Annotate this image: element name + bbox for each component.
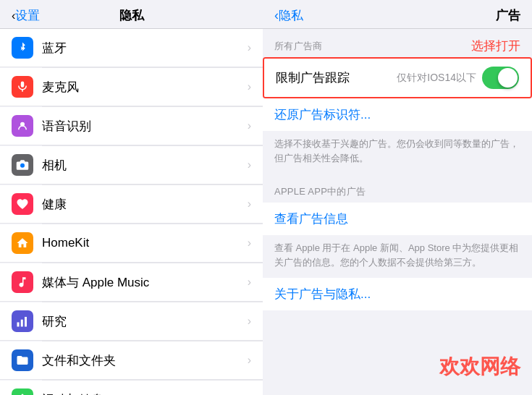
list-item-microphone[interactable]: 麦克风›	[0, 68, 263, 106]
opt-out-description: 选择不接收基于兴趣的广告。您仍会收到同等数量的广告，但广告相关性会降低。	[263, 131, 532, 174]
right-header: ‹ 隐私 广告	[263, 0, 532, 29]
list-item-media[interactable]: 媒体与 Apple Music›	[0, 263, 263, 302]
chevron-icon: ›	[248, 80, 251, 93]
media-icon	[12, 271, 33, 293]
homekit-icon	[12, 232, 33, 254]
svg-rect-5	[21, 320, 23, 327]
left-title: 隐私	[119, 7, 144, 24]
svg-rect-4	[17, 323, 20, 327]
health-label: 健康	[42, 196, 245, 213]
chevron-icon: ›	[248, 354, 251, 367]
list-item-bluetooth[interactable]: 蓝牙›	[0, 29, 263, 67]
ad-tracking-item[interactable]: 限制广告跟踪 仅针对IOS14以下	[264, 59, 531, 97]
left-list-container: 蓝牙›麦克风›语音识别›相机›健康›HomeKit›媒体与 Apple Musi…	[0, 29, 263, 395]
restore-link[interactable]: 还原广告标识符...	[263, 98, 532, 131]
speech-label: 语音识别	[42, 118, 245, 135]
fitness-label: 运动与健身	[42, 391, 245, 396]
about-section: 关于广告与隐私...	[263, 278, 532, 310]
left-settings-list: 蓝牙›麦克风›语音识别›相机›健康›HomeKit›媒体与 Apple Musi…	[0, 29, 263, 395]
view-ad-info-link[interactable]: 查看广告信息	[263, 203, 532, 235]
chevron-icon: ›	[248, 41, 251, 54]
svg-rect-0	[21, 82, 25, 88]
health-icon	[12, 193, 33, 215]
right-back-label[interactable]: 隐私	[279, 7, 303, 24]
all-ads-header: 所有广告商	[274, 40, 322, 53]
view-ad-section: 查看广告信息	[263, 203, 532, 235]
chevron-icon: ›	[248, 119, 251, 132]
fitness-icon	[12, 388, 33, 395]
list-item-speech[interactable]: 语音识别›	[0, 107, 263, 145]
research-icon	[12, 310, 33, 332]
watermark: 欢欢网络	[439, 353, 520, 381]
ad-tracking-sublabel: 仅针对IOS14以下	[397, 72, 476, 85]
bluetooth-icon	[12, 37, 33, 59]
select-open-label[interactable]: 选择打开	[471, 38, 520, 54]
list-item-research[interactable]: 研究›	[0, 302, 263, 341]
files-label: 文件和文件夹	[42, 352, 245, 369]
left-panel: ‹ 设置 隐私 蓝牙›麦克风›语音识别›相机›健康›HomeKit›媒体与 Ap…	[0, 0, 263, 395]
speech-icon	[12, 115, 33, 137]
about-link[interactable]: 关于广告与隐私...	[263, 278, 532, 310]
files-icon	[12, 349, 33, 371]
ad-tracking-box: 限制广告跟踪 仅针对IOS14以下	[263, 57, 532, 98]
left-back-label[interactable]: 设置	[15, 7, 40, 24]
right-title: 广告	[496, 7, 520, 24]
media-label: 媒体与 Apple Music	[42, 274, 245, 291]
list-item-files[interactable]: 文件和文件夹›	[0, 341, 263, 380]
homekit-label: HomeKit	[42, 236, 245, 250]
list-item-fitness[interactable]: 运动与健身›	[0, 381, 263, 395]
right-panel: ‹ 隐私 广告 所有广告商 选择打开 限制广告跟踪 仅针对IOS14以下 还原广…	[263, 0, 532, 395]
ad-tracking-label: 限制广告跟踪	[276, 69, 397, 86]
chevron-icon: ›	[248, 158, 251, 171]
apple-app-header: APPLE APP中的广告	[263, 174, 532, 203]
view-ad-description: 查看 Apple 用于在 Apple 新闻、App Store 中为您提供更相关…	[263, 235, 532, 278]
camera-label: 相机	[42, 157, 245, 174]
left-header: ‹ 设置 隐私	[0, 0, 263, 29]
toggle-knob	[498, 68, 518, 88]
microphone-icon	[12, 76, 33, 98]
ads-header-row: 所有广告商 选择打开	[263, 29, 532, 57]
chevron-icon: ›	[248, 198, 251, 211]
chevron-icon: ›	[248, 315, 251, 328]
list-item-camera[interactable]: 相机›	[0, 146, 263, 184]
list-item-health[interactable]: 健康›	[0, 185, 263, 224]
svg-rect-6	[25, 317, 27, 327]
microphone-label: 麦克风	[42, 79, 245, 95]
chevron-icon: ›	[248, 276, 251, 289]
svg-point-3	[20, 163, 25, 168]
restore-section: 还原广告标识符...	[263, 98, 532, 131]
bluetooth-label: 蓝牙	[42, 40, 245, 56]
camera-icon	[12, 154, 33, 176]
ad-tracking-toggle[interactable]	[482, 67, 519, 89]
right-content: 所有广告商 选择打开 限制广告跟踪 仅针对IOS14以下 还原广告标识符... …	[263, 29, 532, 395]
list-item-homekit[interactable]: HomeKit›	[0, 224, 263, 263]
chevron-icon: ›	[248, 237, 251, 250]
research-label: 研究	[42, 313, 245, 330]
